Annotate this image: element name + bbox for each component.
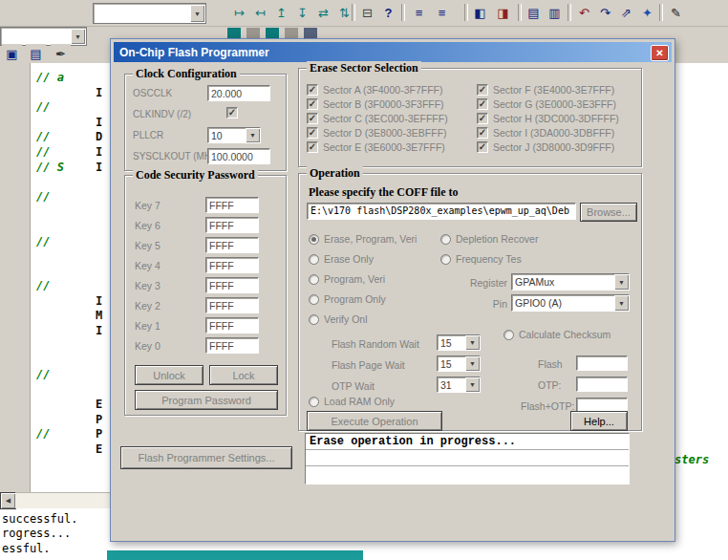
partial-toolbar-icon[interactable] [227,28,241,38]
docked-window-title-strip[interactable] [107,550,363,560]
partial-toolbar-icon[interactable] [246,28,260,38]
sector-label: Sector B (3F0000-3F3FFF) [323,98,444,110]
key0-field[interactable]: FFFF [205,337,259,354]
stack-view-icon[interactable]: ▥ [545,3,565,22]
watch-list-icon[interactable]: ≡ [409,3,429,22]
status-line [306,450,629,466]
split-left-icon[interactable]: ◧ [470,3,490,22]
key4-field[interactable]: FFFF [205,257,259,273]
depletion-recovery-radio[interactable] [440,234,451,245]
secondary-combobox[interactable]: ▼ [0,27,87,46]
window-icon[interactable]: ▣ [2,44,22,63]
asm-step-over-icon[interactable]: ↤ [250,3,270,22]
register-view-icon[interactable]: ▤ [524,3,544,22]
lock-button[interactable]: Lock [209,365,278,385]
chevron-down-icon[interactable]: ▼ [614,295,629,311]
pin-dropdown[interactable]: GPIO0 (A) ▼ [511,294,630,312]
browse-button[interactable]: Browse... [580,203,637,222]
split-right-icon[interactable]: ◨ [493,3,513,22]
check-icon: ✓ [309,99,316,109]
group-title: Operation [307,166,363,181]
print-icon[interactable]: ⊟ [357,3,377,22]
erase-only-radio[interactable] [309,254,319,265]
unlock-button[interactable]: Unlock [135,365,203,385]
chevron-down-icon[interactable]: ▼ [71,29,85,44]
flash-page-wait-dropdown[interactable]: 15 ▼ [437,355,481,372]
sysclkout-field[interactable]: 100.0000 [207,148,270,164]
dialog-titlebar[interactable]: On-Chip Flash Programmer [114,42,672,62]
check-icon: ✓ [479,142,486,152]
code-fragment: I [96,294,102,308]
code-fragment: // a [36,71,64,84]
flash-random-wait-dropdown[interactable]: 15 ▼ [437,334,481,351]
chevron-down-icon[interactable]: ▼ [465,356,480,371]
sector-h-checkbox[interactable]: ✓ [477,113,488,124]
check-icon: ✓ [309,142,316,152]
pllcr-dropdown[interactable]: 10 ▼ [207,127,261,143]
sector-j-checkbox[interactable]: ✓ [477,141,488,153]
partial-toolbar-icon[interactable] [266,28,279,38]
load-ram-only-radio[interactable] [309,397,319,407]
bookmark-icon[interactable]: ✦ [637,3,657,22]
calculate-checksum-radio[interactable] [503,330,514,340]
sector-g-checkbox[interactable]: ✓ [477,98,488,110]
sector-a-checkbox[interactable]: ✓ [307,84,318,96]
document-icon[interactable]: ▤ [26,44,46,63]
quill-pen-icon[interactable]: ✒ [51,44,71,63]
partial-toolbar-icon[interactable] [304,28,317,38]
verify-only-radio[interactable] [309,314,319,325]
asm-run-to-icon[interactable]: ↧ [292,3,312,22]
flash-programmer-settings-button[interactable]: Flash Programmer Settings... [120,446,292,469]
oscclk-field[interactable]: 20.000 [207,85,270,101]
context-help-icon[interactable]: ? [378,3,398,22]
clkindv-checkbox[interactable]: ✓ [226,107,238,118]
key5-field[interactable]: FFFF [205,237,259,253]
toolbar-combobox[interactable]: ▼ [93,3,206,24]
frequency-test-radio[interactable] [440,254,451,265]
sector-c-checkbox[interactable]: ✓ [307,113,318,124]
chevron-down-icon[interactable]: ▼ [465,377,480,392]
program-only-radio[interactable] [309,294,319,305]
main-toolbar: ▼ ↦ ↤ ↥ ↧ ⇄ ⇅ ⊟ ? ≡ ≡ ◧ ◨ ▤ ▥ ↶ ↷ ⇗ ✦ ✎ [0,0,728,27]
sector-f-checkbox[interactable]: ✓ [477,84,488,96]
swap-icon[interactable]: ⇄ [313,3,333,22]
key6-field[interactable]: FFFF [205,217,259,233]
sector-i-checkbox[interactable]: ✓ [477,127,488,139]
edit-pen-icon[interactable]: ✎ [666,3,686,22]
asm-step-out-icon[interactable]: ↥ [271,3,291,22]
otp-checksum-field[interactable] [576,377,628,392]
horizontal-scrollbar-track[interactable] [15,492,110,508]
program-password-button[interactable]: Program Password [135,390,278,410]
sector-d-checkbox[interactable]: ✓ [307,127,318,139]
key1-field[interactable]: FFFF [205,317,259,334]
help-button[interactable]: Help... [570,411,628,431]
asm-step-into-icon[interactable]: ↦ [229,3,249,22]
chevron-down-icon[interactable]: ▼ [614,274,629,290]
otp-wait-dropdown[interactable]: 31 ▼ [437,377,481,393]
coff-path-field[interactable]: E:\v170 flash\DSP280x_examples\epwm_up_a… [307,203,576,220]
undo-arrow-icon[interactable]: ↶ [574,3,594,22]
chevron-down-icon[interactable]: ▼ [190,5,204,22]
memory-list-icon[interactable]: ≡ [432,3,452,22]
sector-e-checkbox[interactable]: ✓ [307,141,318,153]
scroll-left-button[interactable]: ◀ [0,492,16,509]
erase-program-verify-radio[interactable] [309,234,319,245]
partial-toolbar-icon[interactable] [285,28,298,38]
toolbar-separator [401,4,405,21]
execute-operation-button[interactable]: Execute Operation [307,411,442,431]
sector-b-checkbox[interactable]: ✓ [307,98,318,110]
check-icon: ✓ [309,114,316,123]
program-verify-radio[interactable] [309,274,319,285]
chevron-down-icon[interactable]: ▼ [246,128,260,142]
key7-field[interactable]: FFFF [205,197,259,213]
register-dropdown[interactable]: GPAMux ▼ [511,273,630,291]
jump-arrow-icon[interactable]: ⇗ [616,3,636,22]
key0-label: Key 0 [135,340,161,352]
flash-checksum-field[interactable] [576,355,628,371]
flash-random-wait-label: Flash Random Wait [332,338,419,350]
chevron-down-icon[interactable]: ▼ [465,335,480,350]
key3-field[interactable]: FFFF [205,277,259,293]
close-button[interactable]: ✕ [651,45,669,61]
redo-arrow-icon[interactable]: ↷ [595,3,615,22]
key2-field[interactable]: FFFF [205,297,259,313]
